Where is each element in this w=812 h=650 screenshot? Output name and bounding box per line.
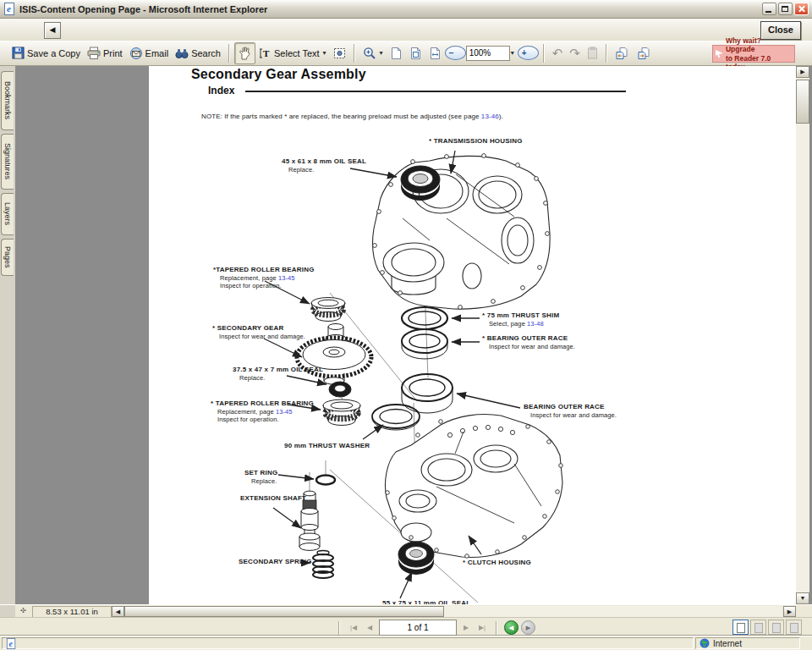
single-page-icon xyxy=(737,623,745,633)
minimize-button[interactable] xyxy=(762,3,776,15)
save-a-copy-button[interactable]: Save a Copy xyxy=(8,43,84,63)
select-text-dropdown-icon[interactable]: ▾ xyxy=(323,49,326,57)
facing-layout-button[interactable] xyxy=(786,620,802,635)
toolbar-separator xyxy=(606,44,607,63)
facing-icon xyxy=(790,623,798,633)
zoom-in-button[interactable]: + xyxy=(518,46,539,60)
email-label: Email xyxy=(145,48,169,58)
maximize-button[interactable] xyxy=(778,3,793,15)
label-title: *TAPERED ROLLER BEARING xyxy=(213,266,315,274)
actual-size-button[interactable] xyxy=(387,43,406,63)
next-view-button[interactable] xyxy=(634,43,656,63)
hand-tool-icon xyxy=(239,47,251,60)
upgrade-line1: Why wait? Upgrade xyxy=(726,36,761,53)
close-window-button[interactable] xyxy=(794,3,809,15)
search-button[interactable]: Search xyxy=(172,43,224,63)
pdf-viewer: Bookmarks Signatures Layers Pages Second… xyxy=(0,66,812,604)
exploded-diagram xyxy=(149,125,796,604)
label-title: BEARING OUTER RACE xyxy=(524,403,617,411)
toolbar-expand-button[interactable]: ▶ xyxy=(796,66,809,78)
fit-page-button[interactable] xyxy=(406,43,425,63)
section-heading: Index xyxy=(208,85,234,96)
zoom-in-tool-icon xyxy=(363,47,376,60)
email-button[interactable]: Email xyxy=(126,43,173,63)
tab-bookmarks[interactable]: Bookmarks xyxy=(1,71,14,130)
label-sub: Inspect for operation. xyxy=(213,282,315,289)
label-sub: Inspect for wear and damage. xyxy=(482,343,575,350)
label-tapered-roller-bearing-2: * TAPERED ROLLER BEARING Replacement, pa… xyxy=(211,399,314,424)
tab-pages[interactable]: Pages xyxy=(1,239,14,276)
hand-tool-button[interactable] xyxy=(234,42,255,64)
label-bearing-outer-race-2: BEARING OUTER RACE Inspect for wear and … xyxy=(524,403,617,419)
next-view-circle-button[interactable]: ▶ xyxy=(521,620,535,635)
continuous-facing-layout-button[interactable] xyxy=(768,620,784,635)
next-page-button[interactable]: ▶ xyxy=(459,621,473,635)
previous-view-circle-button[interactable]: ◀ xyxy=(504,620,518,635)
previous-page-button[interactable]: ◀ xyxy=(363,621,376,635)
label-sub: Replace. xyxy=(244,477,277,485)
scroll-left-button[interactable]: ◀ xyxy=(112,606,124,617)
undo-button[interactable]: ↶ xyxy=(549,43,567,63)
label-sub: Replacement, page xyxy=(217,408,276,416)
zoom-level-dropdown-icon[interactable]: ▾ xyxy=(511,49,514,57)
svg-text:e: e xyxy=(7,3,11,14)
maximize-icon xyxy=(782,6,788,12)
fit-width-button[interactable] xyxy=(425,43,445,63)
page-indicator-input[interactable] xyxy=(379,620,457,636)
print-icon xyxy=(87,47,101,59)
scroll-right-button[interactable]: ▶ xyxy=(783,606,796,617)
page-link[interactable]: 13-48 xyxy=(527,320,544,328)
toolbar-separator xyxy=(338,621,340,635)
snapshot-tool-button[interactable] xyxy=(330,43,349,63)
note-post: ). xyxy=(499,113,503,120)
label-sub: Replace. xyxy=(282,166,366,174)
label-oil-seal-45: 45 x 61 x 8 mm OIL SEAL Replace. xyxy=(282,157,366,174)
label-thrust-shim: * 75 mm THRUST SHIM Select, page 13-48 xyxy=(482,311,559,328)
page-link[interactable]: 13-45 xyxy=(278,274,295,282)
label-clutch-housing: * CLUTCH HOUSING xyxy=(463,559,531,567)
horizontal-scrollbar[interactable] xyxy=(124,606,782,617)
zoom-out-button[interactable]: − xyxy=(445,46,466,60)
status-scroll-row: ✣ 8.53 x 11.01 in ◀ ▶ xyxy=(0,604,812,617)
resize-grip[interactable] xyxy=(802,637,812,649)
pdf-page: Secondary Gear Assembly Index NOTE: If t… xyxy=(149,66,796,604)
continuous-layout-button[interactable] xyxy=(750,620,766,635)
label-title: 37.5 x 47 x 7 mm OIL SEAL xyxy=(233,366,323,374)
label-tapered-roller-bearing-1: *TAPERED ROLLER BEARING Replacement, pag… xyxy=(213,266,315,290)
save-a-copy-label: Save a Copy xyxy=(27,48,80,58)
clipboard-button[interactable] xyxy=(584,43,601,63)
last-page-button[interactable]: ▶| xyxy=(475,621,489,635)
tab-layers[interactable]: Layers xyxy=(1,193,14,235)
vertical-scrollbar[interactable]: ▶ ▼ xyxy=(796,66,809,604)
label-extension-shaft: EXTENSION SHAFT xyxy=(240,494,306,503)
window-title: ISIS-Content Opening Page - Microsoft In… xyxy=(19,4,760,14)
zoom-tool-button[interactable]: ▾ xyxy=(359,43,387,63)
security-zone-segment: Internet xyxy=(695,637,800,649)
print-button[interactable]: Print xyxy=(84,43,126,63)
redo-button[interactable]: ↷ xyxy=(566,43,584,63)
ie-page-icon: e xyxy=(3,3,16,15)
label-sub: Inspect for wear and damage. xyxy=(524,411,617,419)
previous-view-button[interactable] xyxy=(612,43,634,63)
zoom-tool-dropdown-icon[interactable]: ▾ xyxy=(380,49,383,57)
search-label: Search xyxy=(191,48,221,58)
zoom-level-input[interactable] xyxy=(466,46,510,61)
single-page-layout-button[interactable] xyxy=(732,620,749,635)
note-page-link[interactable]: 13-46 xyxy=(481,113,499,120)
upgrade-reader-button[interactable]: Why wait? Upgrade to Reader 7.0 today xyxy=(712,45,795,63)
pan-icon[interactable]: ✣ xyxy=(17,606,30,617)
vertical-scrollbar-thumb[interactable] xyxy=(796,80,809,124)
tab-signatures[interactable]: Signatures xyxy=(1,134,14,190)
horizontal-scrollbar-thumb[interactable] xyxy=(124,606,444,617)
snapshot-icon xyxy=(333,47,346,59)
label-thrust-washer: 90 mm THRUST WASHER xyxy=(284,442,370,450)
continuous-facing-icon xyxy=(772,623,781,633)
back-button[interactable]: ◀ xyxy=(44,22,61,39)
first-page-button[interactable]: |◀ xyxy=(347,621,360,635)
page-link[interactable]: 13-45 xyxy=(276,408,293,416)
label-title: * 75 mm THRUST SHIM xyxy=(482,311,559,320)
browser-toolbar: ◀ Close xyxy=(0,19,812,41)
scroll-down-button[interactable]: ▼ xyxy=(796,592,809,604)
label-title: SECONDARY SPRING xyxy=(239,558,312,566)
select-text-button[interactable]: T Select Text ▾ xyxy=(255,43,330,63)
